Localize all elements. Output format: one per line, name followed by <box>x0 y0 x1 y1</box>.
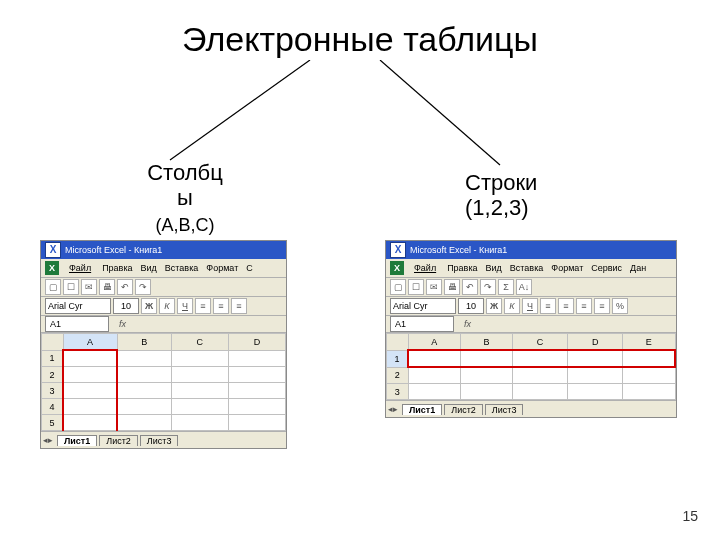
tab-nav-icon[interactable]: ◂▸ <box>386 404 400 414</box>
col-header-a[interactable]: A <box>63 334 117 351</box>
align-center-icon[interactable]: ≡ <box>558 298 574 314</box>
menu-cut[interactable]: С <box>243 263 256 273</box>
new-icon[interactable]: ▢ <box>45 279 61 295</box>
print-icon[interactable]: 🖶 <box>444 279 460 295</box>
undo-icon[interactable]: ↶ <box>462 279 478 295</box>
col-header-b[interactable]: B <box>117 334 171 351</box>
menu-tools[interactable]: Сервис <box>588 263 625 273</box>
cell[interactable] <box>568 367 623 384</box>
font-selector[interactable]: Arial Cyr <box>390 298 456 314</box>
undo-icon[interactable]: ↶ <box>117 279 133 295</box>
cell[interactable] <box>228 415 285 431</box>
select-all-corner[interactable] <box>387 334 409 351</box>
col-header-d[interactable]: D <box>228 334 285 351</box>
italic-icon[interactable]: К <box>159 298 175 314</box>
row-header[interactable]: 3 <box>42 383 64 399</box>
cell[interactable] <box>460 350 512 367</box>
menu-insert[interactable]: Вставка <box>162 263 201 273</box>
sheet-tab-1[interactable]: Лист1 <box>57 435 97 446</box>
underline-icon[interactable]: Ч <box>522 298 538 314</box>
sheet-tab-3[interactable]: Лист3 <box>485 404 524 415</box>
font-size-selector[interactable]: 10 <box>458 298 484 314</box>
sheet-tab-2[interactable]: Лист2 <box>99 435 138 446</box>
menu-file[interactable]: Файл <box>63 263 97 273</box>
bold-icon[interactable]: Ж <box>141 298 157 314</box>
cell[interactable] <box>623 350 675 367</box>
spreadsheet-grid[interactable]: A B C D E 1 2 3 <box>386 333 676 400</box>
cell[interactable] <box>513 367 568 384</box>
bold-icon[interactable]: Ж <box>486 298 502 314</box>
col-header-d[interactable]: D <box>568 334 623 351</box>
align-right-icon[interactable]: ≡ <box>231 298 247 314</box>
tab-nav-icon[interactable]: ◂▸ <box>41 435 55 445</box>
cell[interactable] <box>63 367 117 383</box>
underline-icon[interactable]: Ч <box>177 298 193 314</box>
menu-format[interactable]: Формат <box>548 263 586 273</box>
cell[interactable] <box>568 384 623 400</box>
cell[interactable] <box>228 399 285 415</box>
menu-view[interactable]: Вид <box>138 263 160 273</box>
align-left-icon[interactable]: ≡ <box>195 298 211 314</box>
open-icon[interactable]: ☐ <box>408 279 424 295</box>
cell[interactable] <box>460 367 512 384</box>
cell[interactable] <box>228 367 285 383</box>
italic-icon[interactable]: К <box>504 298 520 314</box>
sort-icon[interactable]: A↓ <box>516 279 532 295</box>
font-selector[interactable]: Arial Cyr <box>45 298 111 314</box>
align-center-icon[interactable]: ≡ <box>213 298 229 314</box>
cell[interactable] <box>623 384 675 400</box>
menu-file[interactable]: Файл <box>408 263 442 273</box>
cell[interactable] <box>117 350 171 367</box>
menu-view[interactable]: Вид <box>483 263 505 273</box>
cell[interactable] <box>117 399 171 415</box>
col-header-a[interactable]: A <box>408 334 460 351</box>
save-icon[interactable]: ✉ <box>426 279 442 295</box>
cell[interactable] <box>171 367 228 383</box>
sheet-tab-2[interactable]: Лист2 <box>444 404 483 415</box>
cell[interactable] <box>408 367 460 384</box>
name-box[interactable]: A1 <box>390 316 454 332</box>
cell[interactable] <box>568 350 623 367</box>
align-right-icon[interactable]: ≡ <box>576 298 592 314</box>
row-header[interactable]: 4 <box>42 399 64 415</box>
align-left-icon[interactable]: ≡ <box>540 298 556 314</box>
open-icon[interactable]: ☐ <box>63 279 79 295</box>
new-icon[interactable]: ▢ <box>390 279 406 295</box>
cell[interactable] <box>171 399 228 415</box>
cell[interactable] <box>63 383 117 399</box>
cell[interactable] <box>63 350 117 367</box>
redo-icon[interactable]: ↷ <box>480 279 496 295</box>
cell[interactable] <box>171 415 228 431</box>
col-header-b[interactable]: B <box>460 334 512 351</box>
merge-icon[interactable]: ≡ <box>594 298 610 314</box>
menu-edit[interactable]: Правка <box>99 263 135 273</box>
cell[interactable] <box>117 367 171 383</box>
cell[interactable] <box>117 383 171 399</box>
row-header[interactable]: 1 <box>42 350 64 367</box>
row-header[interactable]: 2 <box>387 367 409 384</box>
menu-format[interactable]: Формат <box>203 263 241 273</box>
row-header[interactable]: 2 <box>42 367 64 383</box>
cell[interactable] <box>513 384 568 400</box>
cell[interactable] <box>171 350 228 367</box>
sheet-tab-3[interactable]: Лист3 <box>140 435 179 446</box>
cell[interactable] <box>228 383 285 399</box>
col-header-e[interactable]: E <box>623 334 675 351</box>
spreadsheet-grid[interactable]: A B C D 1 2 3 4 5 <box>41 333 286 431</box>
cell[interactable] <box>63 415 117 431</box>
cell[interactable] <box>228 350 285 367</box>
name-box[interactable]: A1 <box>45 316 109 332</box>
col-header-c[interactable]: C <box>171 334 228 351</box>
select-all-corner[interactable] <box>42 334 64 351</box>
cell[interactable] <box>460 384 512 400</box>
sum-icon[interactable]: Σ <box>498 279 514 295</box>
save-icon[interactable]: ✉ <box>81 279 97 295</box>
sheet-tab-1[interactable]: Лист1 <box>402 404 442 415</box>
percent-icon[interactable]: % <box>612 298 628 314</box>
cell[interactable] <box>623 367 675 384</box>
cell[interactable] <box>408 384 460 400</box>
cell[interactable] <box>117 415 171 431</box>
print-icon[interactable]: 🖶 <box>99 279 115 295</box>
menu-insert[interactable]: Вставка <box>507 263 546 273</box>
menu-data[interactable]: Дан <box>627 263 649 273</box>
